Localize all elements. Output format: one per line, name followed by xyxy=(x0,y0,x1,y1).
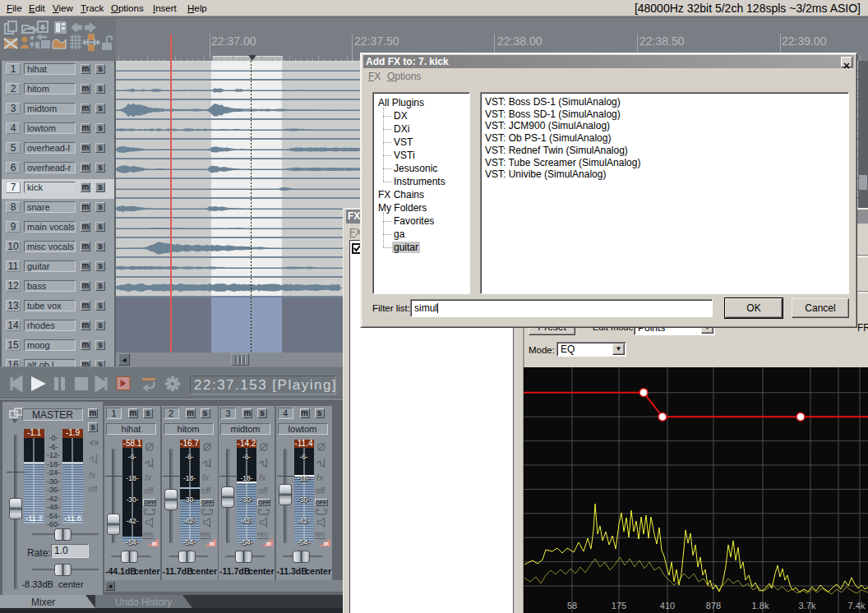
svg-text:off: off xyxy=(201,486,211,495)
svg-text:off: off xyxy=(258,486,268,495)
svg-text:175: 175 xyxy=(612,601,626,611)
svg-text:in: in xyxy=(324,541,329,546)
svg-text:in: in xyxy=(152,541,157,546)
svg-text:off: off xyxy=(144,486,154,495)
svg-text:fx: fx xyxy=(259,472,266,482)
svg-text:fx: fx xyxy=(89,470,96,480)
svg-text:fx: fx xyxy=(202,472,210,482)
svg-text:7.4k: 7.4k xyxy=(848,601,866,611)
svg-text:fx: fx xyxy=(145,472,152,482)
svg-text:in: in xyxy=(266,541,271,546)
svg-text:fx: fx xyxy=(316,472,324,482)
svg-text:3.7k: 3.7k xyxy=(799,601,816,611)
svg-text:in: in xyxy=(210,541,215,546)
svg-text:1.8k: 1.8k xyxy=(752,601,769,611)
svg-text:off: off xyxy=(316,486,326,495)
svg-text:off: off xyxy=(88,484,98,494)
svg-text:410: 410 xyxy=(660,601,675,611)
svg-text:58: 58 xyxy=(567,601,577,611)
svg-text:878: 878 xyxy=(706,601,721,611)
